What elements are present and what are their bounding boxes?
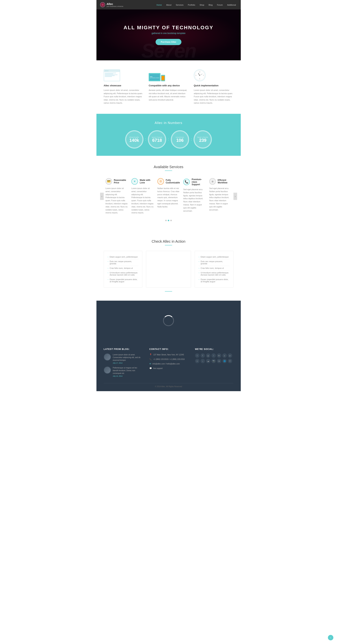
check-bullet-icon: ○ xyxy=(108,272,109,274)
check-right-item-1: ○Duis nec neque posuere, gravida xyxy=(199,259,230,266)
feature-item-implementation: 12 3 6 9 Quick implementation Lorem ipsu… xyxy=(194,70,233,105)
nav-link-blog[interactable]: Blog xyxy=(207,3,214,7)
check-right-item-4: ○Donec imperdiet posuere dolor, at fring… xyxy=(199,277,230,284)
check-right-item-0: ○Etiam augue sem, pellentesque xyxy=(199,255,230,259)
browser-icon xyxy=(104,70,120,81)
check-bullet-icon: ○ xyxy=(199,256,200,258)
features-section: Allec showcase Lorem ipsum dolor sit ame… xyxy=(96,60,241,114)
number-separator-3: : xyxy=(191,137,192,142)
number-countries: countries 106 xyxy=(171,130,189,148)
service-title-1: Made with Love xyxy=(140,179,154,184)
social-icon-youtube[interactable]: y xyxy=(222,353,227,358)
numbers-grid: downloads 140k : spent hours 6718 : coun… xyxy=(100,130,237,148)
footer-email-text: info@allec.com / hello@allec.com xyxy=(152,362,180,365)
nav-link-services[interactable]: Services xyxy=(175,3,185,7)
service-title-4: Efficient Workflow xyxy=(218,179,232,184)
hero-section: Se7en ALL MIGHTY OF TECHNOLOGY gathered … xyxy=(96,10,241,60)
nav-link-forum[interactable]: Forum xyxy=(216,3,224,7)
service-text-4: Sed eget placerat arcu. Nullam porta fau… xyxy=(209,187,232,211)
social-icon-twitter[interactable]: t xyxy=(195,353,199,358)
nav-link-shop[interactable]: Shop xyxy=(199,3,205,7)
social-icon-arrow[interactable]: ➤ xyxy=(217,359,221,363)
service-header-1: ♥ Made with Love xyxy=(131,178,154,185)
footer-blog-image-0 xyxy=(104,354,111,360)
check-right-item-2: ○Cras felis nunc, tempus ut xyxy=(199,266,230,270)
check-left-item-3: ○Ut tincidunt varius pellentesque. Aenea… xyxy=(108,270,139,277)
service-item-4: ◈ Efficient Workflow Sed eget placerat a… xyxy=(209,178,232,211)
check-left-box: ○Etiam augue sem, pellentesque ○Duis nec… xyxy=(104,251,142,288)
nav-item-portfolio[interactable]: Portfolio xyxy=(187,4,196,6)
social-icons-grid: t f g i in y p v ♪ ☁ 📷 ➤ 🌐 V xyxy=(195,353,233,363)
feature-icon-showcase xyxy=(104,70,143,81)
check-left-list: ○Etiam augue sem, pellentesque ○Duis nec… xyxy=(108,255,139,284)
footer-contact-title: Contact Info: xyxy=(149,348,188,350)
social-icon-cloud[interactable]: ☁ xyxy=(206,359,210,363)
address-icon: 📍 xyxy=(149,354,152,356)
social-icon-vimeo[interactable]: v xyxy=(195,359,199,363)
nav-item-services[interactable]: Services xyxy=(175,4,185,6)
feature-title-0: Allec showcase xyxy=(104,84,143,87)
number-hours: spent hours 6718 xyxy=(148,130,166,148)
social-icon-google[interactable]: g xyxy=(206,353,210,358)
feature-title-1: Compatible with any device xyxy=(149,84,188,87)
nav-item-about[interactable]: About xyxy=(165,4,173,6)
phone-screen xyxy=(162,76,164,80)
slider-next-button[interactable]: › xyxy=(233,193,237,200)
services-grid: 💳 Reasonable Price Lorem ipsum dolor sit… xyxy=(100,176,237,216)
copyright-text: © 2014 Allec. All Rights Reserved xyxy=(155,386,182,388)
nav-link-home[interactable]: Home xyxy=(155,3,163,7)
hero-cta-button[interactable]: Purchase Allec xyxy=(156,39,181,45)
footer-blog-thumb-1 xyxy=(104,366,111,374)
nav-link-portfolio[interactable]: Portfolio xyxy=(187,3,196,7)
nav-item-shop[interactable]: Shop xyxy=(199,4,205,6)
social-icon-instagram[interactable]: i xyxy=(211,353,216,358)
nav-item-additional[interactable]: Additional xyxy=(226,4,237,6)
social-icon-vine[interactable]: V xyxy=(228,359,232,363)
feature-text-0: Lorem ipsum dolor sit amet, consectetur … xyxy=(104,89,143,105)
navbar: Allec your business universe Home About … xyxy=(96,0,241,10)
social-icon-linkedin[interactable]: in xyxy=(217,353,221,358)
brand-name: Allec xyxy=(107,2,113,6)
check-right-box: ○Etiam augue sem, pellentesque ○Duis nec… xyxy=(195,251,233,288)
nav-item-home[interactable]: Home xyxy=(155,4,163,6)
service-text-1: Lorem ipsum dolor sit amet, consectetur … xyxy=(131,187,154,214)
social-icon-web[interactable]: 🌐 xyxy=(222,359,227,363)
hero-subtitle: gathered in one bootstrap template xyxy=(124,32,213,34)
number-downloads: downloads 140k xyxy=(125,130,143,148)
check-left-item-0: ○Etiam augue sem, pellentesque xyxy=(108,255,139,259)
footer-blog-thumb-0 xyxy=(104,353,111,361)
footer-blog-date-1: July 16, 2014 xyxy=(113,375,142,377)
check-grid: ○Etiam augue sem, pellentesque ○Duis nec… xyxy=(104,251,233,288)
phone-icon xyxy=(161,75,165,81)
clock-center xyxy=(199,75,200,76)
slider-dot-2[interactable] xyxy=(170,220,172,221)
social-icon-facebook[interactable]: f xyxy=(201,353,205,358)
feature-item-compatible: Allecyour business universe Compatible w… xyxy=(149,70,188,105)
social-icon-soundcloud[interactable]: ♪ xyxy=(201,359,205,363)
footer-contact-column: Contact Info: 📍 137 Main Street, New Yor… xyxy=(149,348,188,380)
service-header-4: ◈ Efficient Workflow xyxy=(209,178,232,185)
social-icon-camera[interactable]: 📷 xyxy=(211,359,216,363)
nav-item-forum[interactable]: Forum xyxy=(216,4,224,6)
footer-contact-phone: 📞 +1 (866) 133.0310 / +1 (866) 133.0316 xyxy=(149,358,188,361)
service-header-2: ⚙ Fully Customizable xyxy=(157,178,180,185)
social-icon-pinterest[interactable]: p xyxy=(228,353,232,358)
footer-phone-text: +1 (866) 133.0310 / +1 (866) 133.0316 xyxy=(153,358,185,361)
slider-dots xyxy=(100,220,237,221)
feature-icon-implementation: 12 3 6 9 xyxy=(194,70,233,81)
check-left-item-2: ○Cras felis nunc, tempus ut xyxy=(108,266,139,270)
hero-title: ALL MIGHTY OF TECHNOLOGY xyxy=(124,25,213,30)
brand-tagline: your business universe xyxy=(107,6,123,7)
nav-link-additional[interactable]: Additional xyxy=(226,3,237,7)
feature-item-showcase: Allec showcase Lorem ipsum dolor sit ame… xyxy=(104,70,143,105)
chat-icon: 💬 xyxy=(149,367,152,370)
slider-prev-button[interactable]: ‹ xyxy=(100,193,104,200)
nav-link-about[interactable]: About xyxy=(165,3,173,7)
brand-logo[interactable]: Allec your business universe xyxy=(100,2,123,7)
footer-blog-item-0: Lorem ipsum dolor sit amet. Consectetur … xyxy=(104,353,142,364)
footer-blog-date-0: July 17, 2014 xyxy=(113,362,142,364)
feature-text-2: Lorem ipsum dolor sit amet, consectetur … xyxy=(194,89,233,105)
slider-dot-1[interactable] xyxy=(168,220,169,221)
nav-item-blog[interactable]: Blog xyxy=(207,4,214,6)
slider-dot-0[interactable] xyxy=(165,220,167,221)
